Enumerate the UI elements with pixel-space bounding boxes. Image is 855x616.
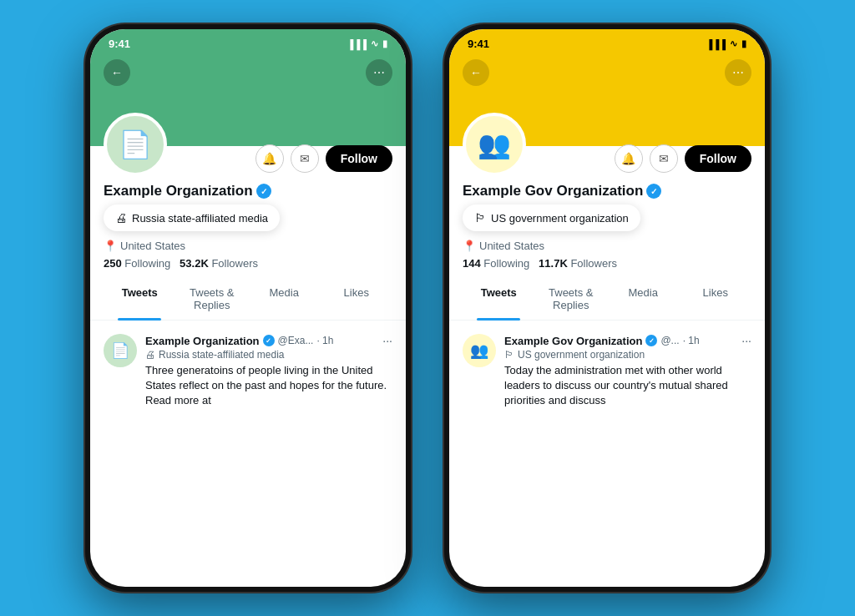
more-button-right[interactable]: ⋯ — [725, 59, 751, 86]
tweet-body-left: Example Organization ✓ @Exa... · 1h ··· … — [145, 334, 392, 409]
tab-tweets-left[interactable]: Tweets — [104, 278, 176, 320]
status-bar-right: 9:41 ▐▐▐ ∿ ▮ — [449, 29, 765, 53]
status-time-right: 9:41 — [468, 38, 489, 50]
tab-likes-right[interactable]: Likes — [680, 278, 752, 320]
tweet-dots-right[interactable]: ··· — [741, 334, 751, 347]
tweet-avatar-left: 📄 — [104, 334, 137, 367]
status-time-left: 9:41 — [109, 38, 130, 50]
profile-content-right: Example Gov Organization ✓ 🏳 US governme… — [449, 176, 765, 587]
tabs-right: Tweets Tweets & Replies Media Likes — [449, 278, 765, 321]
tab-media-right[interactable]: Media — [607, 278, 680, 320]
notification-button-right[interactable]: 🔔 — [615, 144, 643, 173]
follow-stats-right: 144 Following 11.7K Followers — [463, 257, 751, 270]
location-icon-right: 📍 — [463, 240, 476, 252]
verified-badge-left: ✓ — [256, 184, 271, 199]
location-line-right: 📍 United States — [463, 240, 751, 252]
tab-likes-left[interactable]: Likes — [321, 278, 393, 320]
phone-screen-right: 9:41 ▐▐▐ ∿ ▮ ← ⋯ 👥 🔔 — [449, 29, 765, 587]
tweet-dots-left[interactable]: ··· — [382, 334, 392, 347]
location-icon-left: 📍 — [104, 240, 117, 252]
notification-button-left[interactable]: 🔔 — [255, 144, 284, 173]
back-button-right[interactable]: ← — [463, 59, 489, 86]
tweet-list-right: 👥 Example Gov Organization ✓ @... · 1h ·… — [463, 321, 751, 416]
label-icon-left: 🖨 — [115, 211, 127, 225]
status-icons-left: ▐▐▐ ∿ ▮ — [347, 38, 387, 49]
wifi-icon-right: ∿ — [730, 38, 737, 49]
battery-icon-right: ▮ — [741, 38, 746, 49]
tweet-header-right: Example Gov Organization ✓ @... · 1h ··· — [504, 334, 751, 347]
tab-media-left[interactable]: Media — [248, 278, 321, 320]
status-icons-right: ▐▐▐ ∿ ▮ — [706, 38, 746, 49]
label-icon-right: 🏳 — [474, 211, 486, 225]
avatar-icon-right: 👥 — [478, 129, 511, 160]
signal-icon-right: ▐▐▐ — [706, 39, 726, 49]
tweet-list-left: 📄 Example Organization ✓ @Exa... · 1h ··… — [104, 321, 392, 416]
follow-stats-left: 250 Following 53.2K Followers — [104, 257, 392, 270]
tweet-verified-right: ✓ — [645, 335, 657, 346]
tweet-header-left: Example Organization ✓ @Exa... · 1h ··· — [145, 334, 392, 347]
avatar-section-left: 📄 🔔 ✉ Follow — [90, 113, 406, 176]
profile-name-left: Example Organization ✓ — [104, 183, 392, 199]
location-line-left: 📍 United States — [104, 240, 392, 252]
label-pill-right: 🏳 US government organization — [463, 204, 640, 231]
label-pill-left: 🖨 Russia state-affiliated media — [104, 204, 280, 231]
phone-right: 9:41 ▐▐▐ ∿ ▮ ← ⋯ 👥 🔔 — [444, 24, 770, 592]
tab-replies-right[interactable]: Tweets & Replies — [535, 278, 608, 320]
tweet-text-left: Three generatoins of people living in th… — [145, 363, 392, 409]
battery-icon-left: ▮ — [382, 38, 387, 49]
tab-tweets-right[interactable]: Tweets — [463, 278, 535, 320]
phone-screen-left: 9:41 ▐▐▐ ∿ ▮ ← ⋯ 📄 🔔 — [90, 29, 406, 587]
tab-replies-left[interactable]: Tweets & Replies — [176, 278, 249, 320]
profile-content-left: Example Organization ✓ 🖨 Russia state-af… — [90, 176, 406, 587]
phone-left: 9:41 ▐▐▐ ∿ ▮ ← ⋯ 📄 🔔 — [85, 24, 411, 592]
tweet-label-icon-right: 🏳 — [504, 349, 514, 361]
message-button-right[interactable]: ✉ — [650, 144, 678, 173]
back-button-left[interactable]: ← — [104, 59, 130, 86]
tweet-avatar-right: 👥 — [463, 334, 496, 367]
tweet-verified-left: ✓ — [263, 335, 275, 346]
phone-frame-left: 9:41 ▐▐▐ ∿ ▮ ← ⋯ 📄 🔔 — [85, 24, 411, 592]
tweet-right: 👥 Example Gov Organization ✓ @... · 1h ·… — [463, 327, 751, 416]
message-button-left[interactable]: ✉ — [291, 144, 319, 173]
action-buttons-right: 🔔 ✉ Follow — [615, 144, 751, 173]
tweet-body-right: Example Gov Organization ✓ @... · 1h ···… — [504, 334, 751, 409]
tweet-label-left: 🖨 Russia state-affiliated media — [145, 349, 392, 361]
avatar-right: 👥 — [463, 113, 526, 176]
status-bar-left: 9:41 ▐▐▐ ∿ ▮ — [90, 29, 406, 53]
tweet-label-icon-left: 🖨 — [145, 349, 155, 361]
profile-name-right: Example Gov Organization ✓ — [463, 183, 751, 199]
tabs-left: Tweets Tweets & Replies Media Likes — [90, 278, 406, 321]
follow-button-left[interactable]: Follow — [326, 145, 392, 172]
signal-icon-left: ▐▐▐ — [347, 39, 367, 49]
phone-frame-right: 9:41 ▐▐▐ ∿ ▮ ← ⋯ 👥 🔔 — [444, 24, 770, 592]
tweet-label-right: 🏳 US government organization — [504, 349, 751, 361]
follow-button-right[interactable]: Follow — [685, 145, 751, 172]
wifi-icon-left: ∿ — [371, 38, 378, 49]
tweet-left: 📄 Example Organization ✓ @Exa... · 1h ··… — [104, 327, 392, 416]
more-button-left[interactable]: ⋯ — [366, 59, 392, 86]
tweet-text-right: Today the administration met with other … — [504, 363, 751, 409]
avatar-left: 📄 — [104, 113, 167, 176]
action-buttons-left: 🔔 ✉ Follow — [255, 144, 392, 173]
avatar-section-right: 👥 🔔 ✉ Follow — [449, 113, 765, 176]
avatar-icon-left: 📄 — [119, 129, 152, 160]
verified-badge-right: ✓ — [646, 184, 661, 199]
